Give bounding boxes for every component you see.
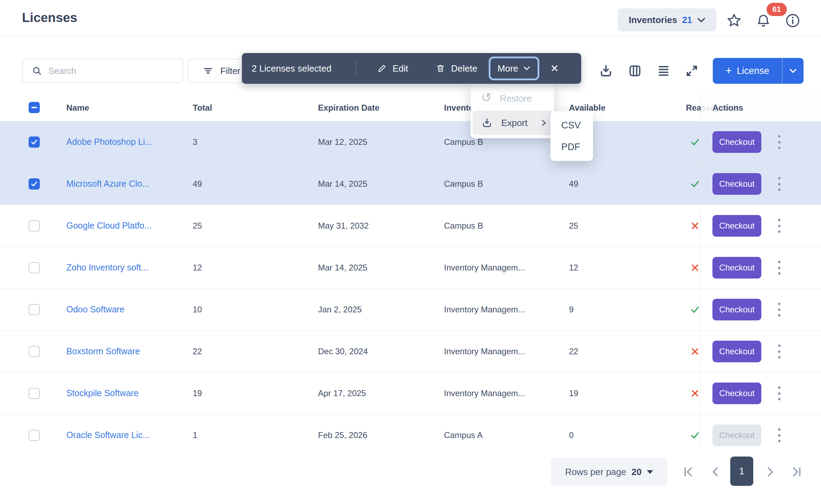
row-checkbox[interactable]: [29, 262, 40, 273]
row-checkbox[interactable]: [29, 178, 40, 190]
trash-icon: [435, 63, 446, 74]
expiration-cell: Mar 14, 2025: [318, 163, 367, 205]
checkout-button[interactable]: Checkout: [712, 299, 761, 320]
available-cell: 12: [569, 247, 578, 288]
row-kebab-menu[interactable]: [776, 427, 782, 443]
row-kebab-menu[interactable]: [776, 176, 782, 192]
row-kebab-menu[interactable]: [776, 385, 782, 401]
select-all-checkbox[interactable]: [29, 102, 40, 113]
expiration-cell: Jan 2, 2025: [318, 289, 362, 330]
row-checkbox[interactable]: [29, 220, 40, 231]
license-name-link[interactable]: Boxstorm Software: [66, 331, 140, 372]
checkout-button[interactable]: Checkout: [712, 383, 761, 404]
inventory-cell: Campus B: [444, 205, 483, 246]
next-page-button[interactable]: [762, 464, 778, 480]
toolbar-divider: [356, 60, 356, 76]
available-cell: 49: [569, 163, 578, 205]
reassignable-status: [690, 388, 700, 399]
license-name-link[interactable]: Stockpile Software: [66, 372, 139, 414]
reassignable-status: [690, 346, 700, 357]
check-icon: [690, 137, 700, 147]
column-header-total[interactable]: Total: [193, 94, 212, 121]
expand-fullscreen-icon[interactable]: [684, 63, 700, 79]
checkout-button[interactable]: Checkout: [712, 257, 761, 279]
checkout-button[interactable]: Checkout: [712, 424, 761, 446]
more-label: More: [497, 63, 518, 74]
row-kebab-menu[interactable]: [776, 260, 782, 276]
expiration-cell: Dec 30, 2024: [318, 331, 368, 372]
inventories-count: 21: [682, 15, 692, 25]
row-checkbox[interactable]: [29, 346, 40, 357]
current-page-button[interactable]: 1: [730, 457, 753, 486]
search-input[interactable]: [48, 66, 168, 76]
available-cell: 9: [569, 289, 574, 330]
column-header-name[interactable]: Name: [66, 94, 89, 121]
inventory-cell: Inventory Managem...: [444, 372, 525, 414]
expiration-cell: Mar 14, 2025: [318, 247, 367, 288]
checkout-button[interactable]: Checkout: [712, 341, 761, 362]
row-kebab-menu[interactable]: [776, 134, 782, 150]
table-row: Odoo Software 10 Jan 2, 2025 Inventory M…: [0, 289, 821, 331]
checkout-button[interactable]: Checkout: [712, 215, 761, 237]
add-license-caret-button[interactable]: [783, 58, 804, 84]
table-row: Microsoft Azure Clo... 49 Mar 14, 2025 C…: [0, 163, 821, 205]
license-name-link[interactable]: Zoho Inventory soft...: [66, 247, 148, 288]
row-checkbox[interactable]: [29, 388, 40, 399]
license-name-link[interactable]: Oracle Software Lic...: [66, 414, 150, 449]
more-button[interactable]: More: [489, 57, 539, 80]
add-license-split-button: + License: [713, 58, 804, 84]
table-body: Adobe Photoshop Li... 3 Mar 12, 2025 Cam…: [0, 121, 821, 449]
export-pdf-item[interactable]: PDF: [550, 136, 593, 158]
rows-per-page-select[interactable]: Rows per page 20: [551, 458, 667, 486]
top-bar: Licenses Inventories 21 61: [0, 0, 821, 36]
row-checkbox[interactable]: [29, 430, 40, 441]
row-kebab-menu[interactable]: [776, 302, 782, 318]
info-icon[interactable]: [785, 13, 801, 29]
row-checkbox[interactable]: [29, 136, 40, 148]
close-selection-button[interactable]: ✕: [550, 64, 559, 74]
restore-menu-item[interactable]: ↺ Restore: [473, 86, 552, 111]
first-page-button[interactable]: [681, 464, 696, 480]
reassignable-status: [690, 262, 700, 273]
license-name-link[interactable]: Odoo Software: [66, 289, 125, 330]
total-cell: 49: [193, 163, 202, 205]
actions-sticky-cell: Checkout: [701, 372, 821, 414]
edit-button[interactable]: Edit: [377, 63, 408, 74]
bell-icon[interactable]: [755, 13, 771, 29]
export-download-icon[interactable]: [598, 63, 614, 79]
row-kebab-menu[interactable]: [776, 343, 782, 360]
reassignable-status: [690, 179, 700, 189]
x-icon: [690, 221, 700, 231]
delete-button[interactable]: Delete: [435, 63, 477, 74]
chevron-down-icon: [523, 66, 531, 71]
table-row: Zoho Inventory soft... 12 Mar 14, 2025 I…: [0, 247, 821, 289]
column-header-expiration[interactable]: Expiration Date: [318, 94, 379, 121]
total-cell: 12: [193, 247, 202, 288]
last-page-button[interactable]: [789, 464, 804, 480]
inventories-dropdown[interactable]: Inventories 21: [618, 8, 716, 31]
export-csv-item[interactable]: CSV: [550, 114, 593, 136]
license-name-link[interactable]: Microsoft Azure Clo...: [66, 163, 149, 205]
expiration-cell: May 31, 2032: [318, 205, 369, 246]
export-menu-item[interactable]: Export: [473, 111, 552, 135]
table-row: Stockpile Software 19 Apr 17, 2025 Inven…: [0, 372, 821, 414]
available-cell: 25: [569, 205, 578, 246]
star-icon[interactable]: [726, 13, 742, 29]
row-kebab-menu[interactable]: [776, 218, 782, 234]
add-license-button[interactable]: + License: [713, 58, 782, 84]
submenu-arrow-icon: [541, 119, 547, 127]
columns-icon[interactable]: [627, 63, 643, 79]
row-checkbox[interactable]: [29, 304, 40, 315]
inventory-cell: Campus A: [444, 414, 483, 449]
expiration-cell: Feb 25, 2026: [318, 414, 367, 449]
filter-icon: [203, 66, 213, 76]
previous-page-button[interactable]: [708, 464, 723, 480]
license-name-link[interactable]: Google Cloud Platfo...: [66, 205, 152, 246]
plus-icon: +: [725, 65, 732, 76]
row-height-icon[interactable]: [656, 63, 671, 79]
checkout-button[interactable]: Checkout: [712, 173, 761, 195]
reassignable-status: [690, 221, 700, 231]
table-row: Oracle Software Lic... 1 Feb 25, 2026 Ca…: [0, 414, 821, 449]
checkout-button[interactable]: Checkout: [712, 131, 761, 153]
license-name-link[interactable]: Adobe Photoshop Li...: [66, 121, 152, 163]
